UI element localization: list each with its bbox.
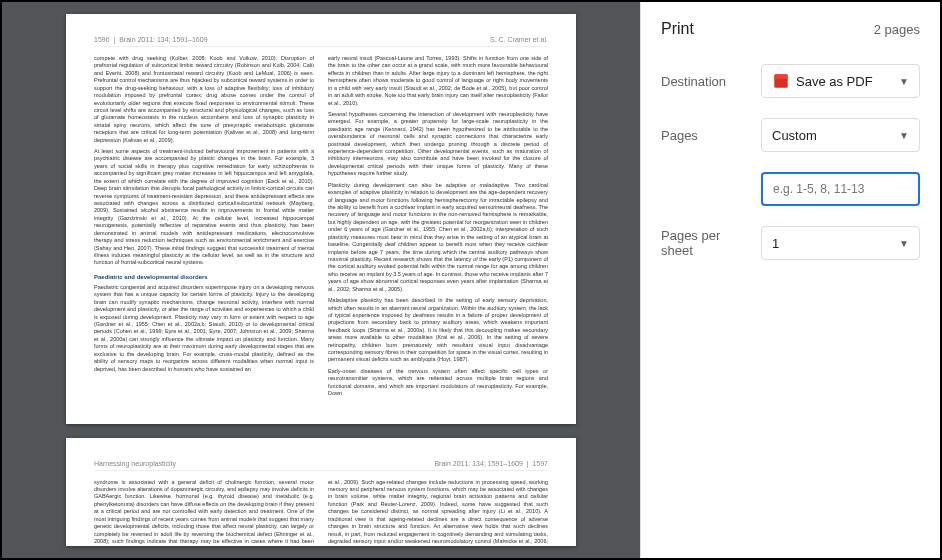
print-settings-panel: Print 2 pages Destination Save as PDF ▼ …: [640, 2, 940, 558]
page-num: 1596: [94, 36, 110, 43]
section-heading: Paediatric and developmental disorders: [94, 273, 314, 281]
page1-col-right: early neural insult (Pascual-Leone and T…: [328, 55, 548, 402]
page2-col-left: syndrome is associated with a general de…: [94, 479, 314, 546]
chevron-down-icon: ▼: [899, 76, 909, 87]
pps-select[interactable]: 1 ▼: [761, 226, 920, 260]
page-header: Harnessing neuroplasticity Brain 2011: 1…: [94, 460, 548, 471]
destination-label: Destination: [661, 74, 751, 89]
running-title: Harnessing neuroplasticity: [94, 460, 176, 467]
pages-per-sheet-row: Pages per sheet 1 ▼: [661, 226, 920, 260]
pps-label: Pages per sheet: [661, 228, 751, 258]
preview-page-2: Harnessing neuroplasticity Brain 2011: 1…: [66, 438, 576, 546]
page2-col-right: et al., 2009). Such age-related changes …: [328, 479, 548, 546]
page-header: 1596 | Brain 2011: 134; 1591–1609 S. C. …: [94, 36, 548, 47]
pages-label: Pages: [661, 128, 751, 143]
panel-title: Print: [661, 20, 694, 38]
pages-value: Custom: [772, 128, 817, 143]
print-preview-pane[interactable]: 1596 | Brain 2011: 134; 1591–1609 S. C. …: [2, 2, 640, 558]
page-range-input-wrap[interactable]: [761, 172, 920, 206]
journal-ref: Brain 2011: 134; 1591–1609: [434, 460, 522, 467]
pdf-icon: [772, 72, 790, 90]
destination-value: Save as PDF: [796, 74, 873, 89]
authors: S. C. Cramer et al.: [490, 36, 548, 43]
chevron-down-icon: ▼: [899, 130, 909, 141]
pages-row: Pages Custom ▼: [661, 118, 920, 152]
pps-value: 1: [772, 236, 779, 251]
svg-rect-1: [774, 74, 788, 79]
page-count: 2 pages: [874, 22, 920, 37]
page1-col-left: compete with drug seeking (Kolber, 2008;…: [94, 55, 314, 402]
chevron-down-icon: ▼: [899, 238, 909, 249]
preview-page-1: 1596 | Brain 2011: 134; 1591–1609 S. C. …: [66, 14, 576, 424]
destination-select[interactable]: Save as PDF ▼: [761, 64, 920, 98]
page-range-input[interactable]: [773, 182, 908, 196]
pages-input-row: [661, 172, 920, 206]
destination-row: Destination Save as PDF ▼: [661, 64, 920, 98]
pages-select[interactable]: Custom ▼: [761, 118, 920, 152]
journal-ref: Brain 2011: 134; 1591–1609: [119, 36, 207, 43]
page-num: 1597: [532, 460, 548, 467]
